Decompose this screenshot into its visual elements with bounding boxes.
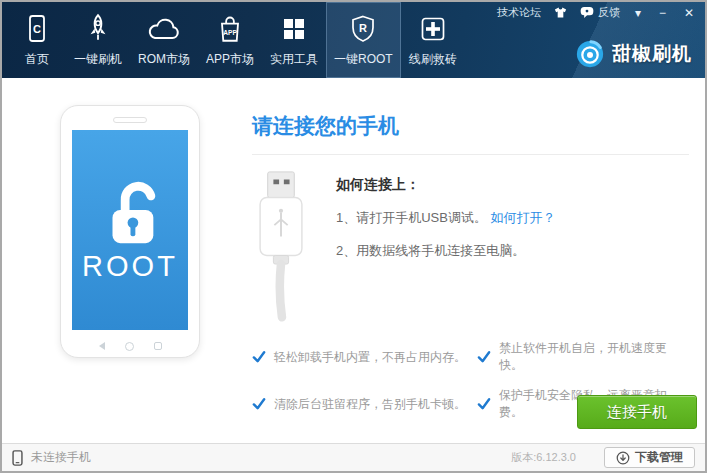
home-icon-letter: C	[33, 23, 41, 35]
tab-label: 一键ROOT	[334, 51, 393, 68]
phone-status-icon	[12, 450, 23, 466]
tab-label: 实用工具	[270, 51, 318, 68]
app-window: C 首页 一键刷机 ROM市场 APP APP市场	[0, 0, 707, 473]
page-title: 请连接您的手机	[252, 112, 689, 140]
phone-screen: ROOT	[72, 130, 188, 330]
tab-one-key-flash[interactable]: 一键刷机	[66, 2, 130, 78]
howto-section: 如何连接上： 1、请打开手机USB调试。 如何打开？ 2、用数据线将手机连接至电…	[252, 170, 689, 322]
unlock-icon	[92, 178, 168, 248]
forum-link[interactable]: 技术论坛	[497, 5, 541, 20]
step1-text: 1、请打开手机USB调试。	[336, 210, 487, 225]
check-icon	[477, 397, 491, 411]
feature-item: 清除后台驻留程序，告别手机卡顿。	[252, 387, 467, 421]
feature-text: 轻松卸载手机内置，不再占用内存。	[274, 349, 466, 366]
shield-root-icon: R	[348, 11, 378, 47]
tab-utilities[interactable]: 实用工具	[262, 2, 326, 78]
grid-icon	[279, 11, 309, 47]
skin-icon[interactable]	[553, 6, 568, 19]
phone-illustration: ROOT	[60, 105, 200, 358]
usb-cable-icon	[252, 170, 310, 322]
check-icon	[477, 350, 491, 364]
tab-label: 一键刷机	[74, 51, 122, 68]
howto-step-2: 2、用数据线将手机连接至电脑。	[336, 242, 556, 260]
check-icon	[252, 350, 266, 364]
home-icon: C	[22, 11, 52, 47]
minimize-button[interactable]: −	[656, 6, 669, 20]
app-logo: 甜椒刷机	[575, 39, 692, 69]
rocket-icon	[82, 11, 114, 47]
step2-text: 2、用数据线将手机连接至电脑。	[336, 243, 525, 258]
how-to-open-link[interactable]: 如何打开？	[491, 210, 556, 225]
status-bar: 未连接手机 版本:6.12.3.0 下载管理	[2, 443, 705, 471]
status-text: 未连接手机	[31, 449, 91, 466]
feature-text: 清除后台驻留程序，告别手机卡顿。	[274, 396, 466, 413]
download-label: 下载管理	[635, 449, 683, 466]
titlebar: 技术论坛 反馈 ▾ − ✕	[497, 5, 697, 20]
check-icon	[252, 397, 266, 411]
app-bag-icon: APP	[214, 11, 246, 47]
divider	[252, 154, 689, 155]
shield-root-icon-letter: R	[359, 22, 367, 34]
back-icon	[99, 342, 105, 350]
speech-bubble-icon	[580, 6, 594, 19]
feature-item: 轻松卸载手机内置，不再占用内存。	[252, 340, 467, 374]
tab-brick-rescue[interactable]: 线刷救砖	[401, 2, 465, 78]
tab-rom-market[interactable]: ROM市场	[130, 2, 198, 78]
howto-text: 如何连接上： 1、请打开手机USB调试。 如何打开？ 2、用数据线将手机连接至电…	[336, 170, 556, 322]
phone-nav-buttons	[61, 333, 199, 359]
status-right: 版本:6.12.3.0 下载管理	[511, 447, 695, 468]
tab-label: APP市场	[206, 51, 254, 68]
feedback-label: 反馈	[598, 5, 620, 20]
phone-earpiece	[113, 117, 147, 123]
close-button[interactable]: ✕	[681, 6, 697, 20]
phone-root-label: ROOT	[82, 250, 178, 283]
connection-status: 未连接手机	[12, 449, 91, 466]
download-manager-button[interactable]: 下载管理	[604, 447, 695, 468]
brick-rescue-icon	[418, 11, 448, 47]
logo-icon	[575, 39, 605, 69]
feedback-button[interactable]: 反馈	[580, 5, 620, 20]
download-icon	[616, 451, 630, 465]
howto-step-1: 1、请打开手机USB调试。 如何打开？	[336, 209, 556, 227]
connect-panel: 请连接您的手机 如何连接上： 1、请打开手机USB调试。	[252, 112, 689, 421]
version-text: 版本:6.12.3.0	[511, 450, 576, 465]
tab-app-market[interactable]: APP APP市场	[198, 2, 262, 78]
tab-label: 首页	[25, 51, 49, 68]
main-content: ROOT 请连接您的手机	[2, 78, 705, 443]
app-bag-icon-letters: APP	[223, 29, 237, 36]
logo-text: 甜椒刷机	[612, 41, 692, 67]
menu-chevron-icon[interactable]: ▾	[632, 6, 644, 20]
tab-label: ROM市场	[138, 51, 190, 68]
connect-phone-button[interactable]: 连接手机	[577, 395, 697, 429]
tab-one-key-root[interactable]: R 一键ROOT	[326, 2, 401, 78]
feature-item: 禁止软件开机自启，开机速度更快。	[477, 340, 689, 374]
feature-text: 禁止软件开机自启，开机速度更快。	[499, 340, 689, 374]
recents-icon	[154, 342, 162, 350]
cloud-icon	[146, 11, 182, 47]
tab-label: 线刷救砖	[409, 51, 457, 68]
howto-heading: 如何连接上：	[336, 176, 556, 194]
top-nav: C 首页 一键刷机 ROM市场 APP APP市场	[2, 2, 705, 78]
home-circle-icon	[125, 342, 134, 351]
tab-home[interactable]: C 首页	[8, 2, 66, 78]
